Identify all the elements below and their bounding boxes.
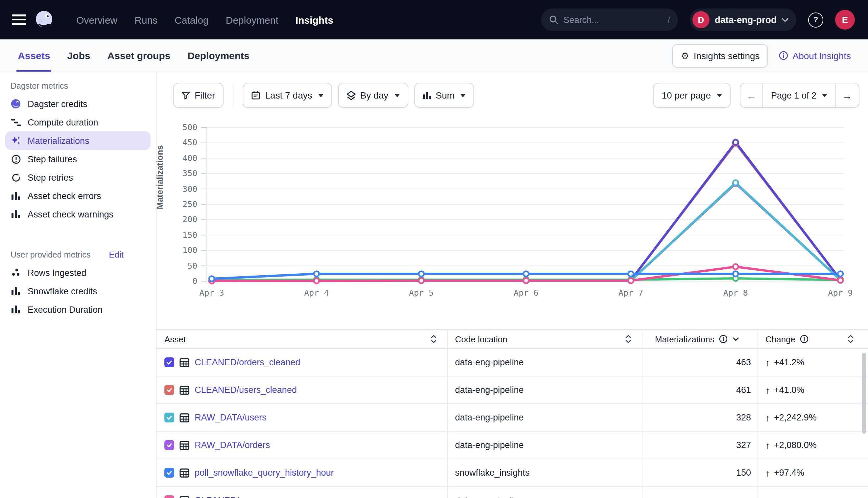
y-tick-label: 150 bbox=[151, 229, 197, 241]
vertical-scrollbar[interactable] bbox=[862, 353, 866, 434]
caret-down-icon bbox=[394, 94, 399, 97]
materializations-chart-svg bbox=[201, 127, 847, 285]
change-value: +41.0% bbox=[774, 385, 804, 395]
y-tick-label: 300 bbox=[151, 183, 197, 195]
sidebar-item-execution-duration[interactable]: Execution Duration bbox=[0, 300, 156, 319]
sidebar-item-materializations[interactable]: Materializations bbox=[5, 131, 151, 150]
up-arrow-icon: ↑ bbox=[765, 440, 770, 450]
x-tick-label: Apr 7 bbox=[605, 288, 657, 298]
refresh-icon bbox=[11, 172, 21, 183]
y-tick-label: 100 bbox=[151, 245, 197, 256]
caret-down-icon bbox=[461, 94, 466, 97]
calendar-icon bbox=[251, 91, 260, 100]
sidebar-item-dagster-credits[interactable]: Dagster credits bbox=[0, 95, 156, 113]
change-value: +41.2% bbox=[774, 357, 804, 367]
materializations-value: 327 bbox=[736, 440, 751, 450]
row-checkbox[interactable] bbox=[164, 440, 174, 450]
table-asset-icon bbox=[179, 496, 189, 498]
toolbar-divider bbox=[233, 83, 233, 107]
x-tick-label: Apr 3 bbox=[186, 288, 238, 298]
help-icon[interactable]: ? bbox=[808, 12, 823, 27]
x-tick-label: Apr 8 bbox=[709, 288, 762, 298]
x-axis-ticks: Apr 3Apr 4Apr 5Apr 6Apr 7Apr 8Apr 9 bbox=[201, 288, 847, 301]
code-location: data-eng-pipeline bbox=[455, 412, 524, 422]
deployment-switcher[interactable]: D data-eng-prod bbox=[690, 9, 796, 31]
row-checkbox[interactable] bbox=[164, 385, 174, 395]
page-indicator[interactable]: Page 1 of 2 bbox=[763, 83, 836, 107]
sidebar-item-compute-duration[interactable]: Compute duration bbox=[0, 113, 156, 131]
asset-link[interactable]: CLEANED/… bbox=[195, 495, 248, 498]
assets-table: Asset Code location Materializations bbox=[156, 329, 868, 498]
header-code-location[interactable]: Code location bbox=[447, 334, 642, 344]
table-row: CLEANED/… data-eng-pipeline bbox=[156, 487, 868, 498]
group-by-button[interactable]: By day bbox=[338, 83, 408, 108]
x-tick-label: Apr 5 bbox=[395, 288, 447, 298]
tab-jobs[interactable]: Jobs bbox=[67, 39, 90, 71]
chevron-down-icon[interactable] bbox=[733, 337, 739, 341]
octopus-icon bbox=[11, 99, 21, 109]
table-asset-icon bbox=[179, 468, 189, 477]
nav-deployment[interactable]: Deployment bbox=[226, 14, 279, 25]
layers-icon bbox=[346, 90, 355, 100]
bar-chart-icon bbox=[11, 286, 21, 296]
date-range-button[interactable]: Last 7 days bbox=[243, 83, 332, 108]
caret-down-icon bbox=[717, 94, 722, 97]
primary-nav: Overview Runs Catalog Deployment Insight… bbox=[76, 14, 333, 25]
dagster-logo-icon bbox=[34, 10, 54, 29]
about-insights-link[interactable]: About Insights bbox=[779, 50, 851, 61]
change-value: +97.4% bbox=[774, 468, 804, 477]
search-input[interactable]: Search... / bbox=[541, 9, 678, 31]
table-asset-icon bbox=[179, 441, 189, 450]
row-checkbox[interactable] bbox=[164, 357, 174, 367]
sparkles-icon bbox=[11, 135, 21, 146]
sidebar-item-asset-check-errors[interactable]: Asset check errors bbox=[0, 187, 156, 205]
asset-link[interactable]: RAW_DATA/users bbox=[195, 412, 267, 422]
sidebar-item-snowflake-credits[interactable]: Snowflake credits bbox=[0, 282, 156, 300]
table-header-row: Asset Code location Materializations bbox=[156, 329, 868, 349]
bar-chart-icon bbox=[11, 191, 21, 201]
code-location: snowflake_insights bbox=[455, 468, 530, 477]
sort-icon[interactable] bbox=[431, 335, 437, 343]
insights-settings-button[interactable]: ⚙ Insights settings bbox=[672, 44, 768, 67]
sidebar-item-rows-ingested[interactable]: Rows Ingested bbox=[0, 263, 156, 282]
duration-icon bbox=[11, 117, 21, 128]
aggregation-button[interactable]: Sum bbox=[414, 83, 474, 108]
row-checkbox[interactable] bbox=[164, 495, 174, 498]
nav-overview[interactable]: Overview bbox=[76, 14, 117, 25]
x-tick-label: Apr 4 bbox=[290, 288, 343, 298]
sort-icon[interactable] bbox=[625, 335, 631, 343]
asset-link[interactable]: RAW_DATA/orders bbox=[195, 440, 270, 450]
table-asset-icon bbox=[179, 385, 189, 394]
edit-metrics-link[interactable]: Edit bbox=[109, 250, 124, 260]
sidebar-item-step-retries[interactable]: Step retries bbox=[0, 168, 156, 187]
change-value: +2,242.9% bbox=[774, 412, 817, 422]
sidebar-item-step-failures[interactable]: Step failures bbox=[0, 150, 156, 168]
header-materializations[interactable]: Materializations bbox=[642, 334, 757, 344]
sidebar-item-asset-check-warnings[interactable]: Asset check warnings bbox=[0, 205, 156, 223]
y-tick-label: 0 bbox=[151, 275, 197, 287]
row-checkbox[interactable] bbox=[164, 468, 174, 477]
prev-page-button[interactable]: ← bbox=[740, 83, 763, 107]
header-asset[interactable]: Asset bbox=[156, 334, 447, 344]
y-tick-label: 50 bbox=[151, 260, 197, 272]
sort-icon[interactable] bbox=[847, 335, 854, 343]
column-divider bbox=[642, 329, 642, 498]
header-change[interactable]: Change bbox=[757, 334, 861, 344]
info-icon bbox=[799, 335, 808, 344]
next-page-button[interactable]: → bbox=[836, 83, 859, 107]
menu-icon[interactable] bbox=[12, 14, 26, 25]
subnav-tabs: Assets Jobs Asset groups Deployments bbox=[18, 39, 250, 71]
asset-link[interactable]: CLEANED/orders_cleaned bbox=[195, 357, 300, 367]
info-icon bbox=[779, 51, 789, 61]
tab-assets[interactable]: Assets bbox=[18, 39, 50, 71]
per-page-select[interactable]: 10 per page bbox=[653, 83, 730, 108]
table-row: poll_snowflake_query_history_hour snowfl… bbox=[156, 459, 868, 487]
materializations-value: 150 bbox=[736, 468, 751, 477]
table-asset-icon bbox=[179, 413, 189, 422]
asset-link[interactable]: CLEANED/users_cleaned bbox=[195, 385, 297, 395]
user-avatar[interactable]: E bbox=[835, 10, 855, 29]
row-checkbox[interactable] bbox=[164, 412, 174, 422]
y-tick-label: 400 bbox=[151, 153, 197, 164]
nav-insights[interactable]: Insights bbox=[296, 14, 333, 25]
asset-link[interactable]: poll_snowflake_query_history_hour bbox=[195, 468, 334, 477]
